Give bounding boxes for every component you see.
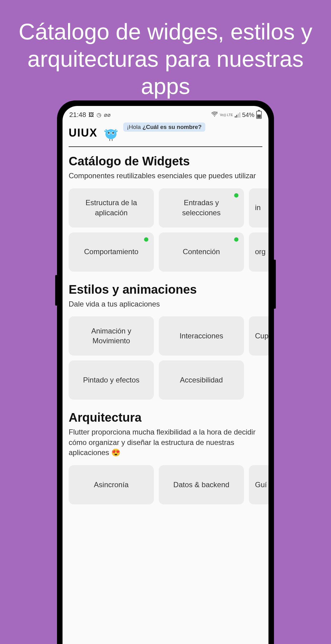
section-title: Arquitectura — [69, 411, 268, 424]
speech-prefix: ¡Hola — [127, 124, 143, 130]
card-label: Animación y Movimiento — [75, 326, 148, 346]
category-card[interactable]: Estructura de la aplicación — [69, 188, 154, 228]
category-card[interactable]: Entradas y selecciones — [159, 188, 244, 228]
status-dot-icon — [144, 237, 148, 242]
card-label: Estructura de la aplicación — [75, 198, 148, 218]
category-card[interactable]: Animación y Movimiento — [69, 316, 154, 356]
image-icon: 🖼 — [89, 112, 94, 118]
card-label: org — [255, 247, 266, 257]
category-card[interactable]: org — [249, 232, 268, 272]
section-subtitle: Dale vida a tus aplicaciones — [69, 299, 268, 309]
svg-text:6: 6 — [216, 111, 218, 113]
status-dot-icon — [234, 193, 238, 198]
category-card[interactable]: Comportamiento — [69, 232, 154, 272]
category-card[interactable]: Contención — [159, 232, 244, 272]
card-row: ComportamientoContenciónorg — [69, 232, 268, 272]
battery-icon — [256, 111, 262, 119]
voicemail-icon: ⌀⌀ — [104, 111, 111, 118]
card-label: Interacciones — [180, 331, 223, 341]
card-label: Guí — [255, 480, 267, 490]
card-label: Asincronía — [94, 480, 128, 490]
clock-icon: ◷ — [97, 111, 101, 118]
card-label: Cupe — [255, 331, 268, 341]
battery-percent: 54% — [242, 111, 254, 119]
speech-bold: ¿Cuál es su nombre? — [143, 124, 202, 130]
wifi-icon: 6 — [211, 111, 218, 119]
card-label: Entradas y selecciones — [165, 198, 238, 218]
section-title: Catálogo de Widgets — [69, 154, 268, 168]
status-bar: 21:48 🖼 ◷ ⌀⌀ 6 Vo)) LTE 54% — [63, 106, 268, 121]
screen: 21:48 🖼 ◷ ⌀⌀ 6 Vo)) LTE 54% UIUX — [63, 106, 268, 644]
category-card[interactable]: Asincronía — [69, 465, 154, 504]
moon-icon — [250, 127, 261, 138]
category-card[interactable]: Cupe — [249, 316, 268, 356]
promo-headline: Cátalogo de widges, estilos y arquitectu… — [0, 0, 331, 112]
mascot-icon — [102, 124, 120, 141]
app-title: UIUX — [69, 126, 97, 139]
section: ArquitecturaFlutter proporciona mucha fl… — [69, 411, 268, 504]
category-card[interactable]: Pintado y efectos — [69, 360, 154, 400]
card-row: Animación y MovimientoInteraccionesCupe — [69, 316, 268, 356]
category-card[interactable]: Guí — [249, 465, 268, 504]
network-label: Vo)) LTE — [220, 113, 233, 117]
section: Catálogo de WidgetsComponentes reutiliza… — [69, 154, 268, 272]
content-scroll[interactable]: Catálogo de WidgetsComponentes reutiliza… — [63, 147, 268, 515]
category-card[interactable]: in — [249, 188, 268, 228]
app-bar: UIUX ¡Hola ¿Cuál es su nombre? — [63, 121, 268, 146]
card-row: AsincroníaDatos & backendGuí — [69, 465, 268, 504]
status-time: 21:48 — [69, 111, 86, 119]
card-row: Pintado y efectosAccesibilidad — [69, 360, 268, 400]
card-label: Pintado y efectos — [83, 375, 139, 385]
card-label: Contención — [183, 247, 220, 257]
card-label: Accesibilidad — [180, 375, 223, 385]
card-label: in — [255, 203, 261, 213]
card-label: Comportamiento — [84, 247, 138, 257]
speech-bubble: ¡Hola ¿Cuál es su nombre? — [123, 122, 205, 132]
phone-frame: 21:48 🖼 ◷ ⌀⌀ 6 Vo)) LTE 54% UIUX — [57, 100, 274, 644]
section-subtitle: Componentes reutilizables esenciales que… — [69, 171, 268, 181]
card-row: Estructura de la aplicaciónEntradas y se… — [69, 188, 268, 228]
section: Estilos y animacionesDale vida a tus apl… — [69, 283, 268, 400]
category-card[interactable]: Datos & backend — [159, 465, 244, 504]
svg-point-0 — [214, 115, 215, 116]
status-dot-icon — [234, 237, 238, 242]
category-card[interactable]: Interacciones — [159, 316, 244, 356]
section-title: Estilos y animaciones — [69, 283, 268, 296]
category-card[interactable]: Accesibilidad — [159, 360, 244, 400]
signal-icon — [235, 112, 240, 118]
card-label: Datos & backend — [173, 480, 230, 490]
section-subtitle: Flutter proporciona mucha flexibilidad a… — [69, 427, 268, 458]
dark-mode-toggle[interactable] — [249, 126, 262, 140]
